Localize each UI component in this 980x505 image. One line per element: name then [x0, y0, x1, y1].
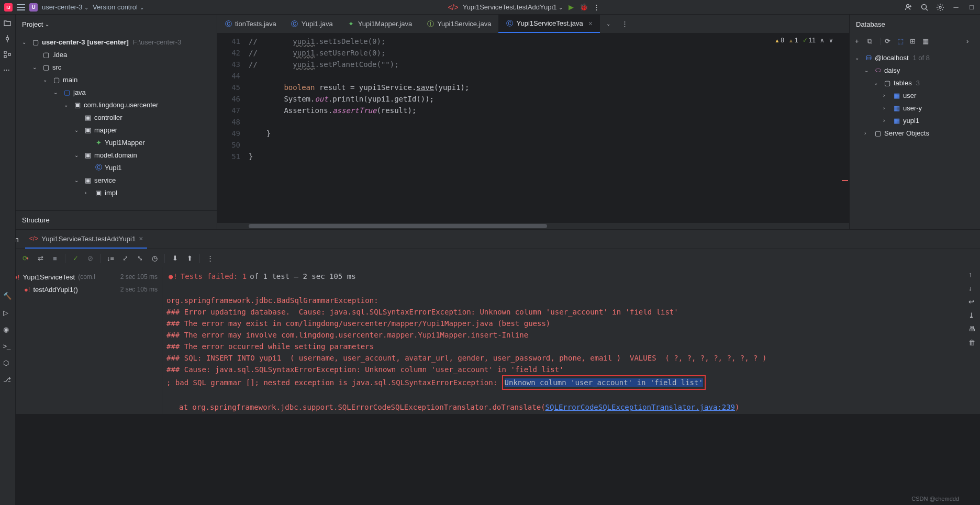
scroll-to-end-icon[interactable]: ⤓	[968, 311, 977, 320]
close-icon[interactable]: ×	[588, 19, 593, 28]
watermark: CSDN @chemddd	[911, 496, 959, 502]
close-icon[interactable]: ×	[139, 234, 143, 243]
settings-icon[interactable]	[936, 3, 944, 12]
terminal-tool-icon[interactable]: >_	[3, 342, 13, 352]
stacktrace-link[interactable]: SQLErrorCodeSQLExceptionTranslator.java:…	[545, 403, 735, 411]
clear-icon[interactable]: 🗑	[968, 339, 977, 347]
db-table-icon[interactable]: ▦	[922, 37, 931, 46]
search-icon[interactable]	[920, 3, 929, 12]
horizontal-scrollbar[interactable]	[217, 223, 849, 229]
scroll-down-icon[interactable]: ↓	[968, 284, 977, 293]
commit-tool-icon[interactable]	[3, 35, 13, 44]
svg-point-3	[6, 38, 8, 40]
code-editor[interactable]: 4142434445464748495051 // yupi1.setIsDel…	[217, 33, 849, 223]
db-stop-icon[interactable]: ⬚	[897, 37, 906, 46]
import-icon[interactable]: ⬇	[170, 254, 180, 263]
main-menu-button[interactable]	[17, 4, 25, 10]
expand-all-icon[interactable]: ⤢	[120, 254, 130, 263]
db-refresh-icon[interactable]: ⟳	[885, 37, 893, 46]
vcs-dropdown[interactable]: Version control ⌄	[93, 3, 144, 11]
db-duplicate-icon[interactable]: ⧉	[867, 37, 876, 46]
collapse-all-icon[interactable]: ⤡	[135, 254, 144, 263]
show-passed-icon[interactable]: ✓	[71, 254, 80, 263]
project-tool-icon[interactable]	[3, 19, 13, 28]
inspection-widget[interactable]: 8 1 11 ∧∨	[774, 37, 833, 44]
test-item[interactable]: ⌄●!Yupi1ServiceTest(com.l2 sec 105 ms	[0, 271, 162, 283]
tree-item[interactable]: ⌄▣service	[16, 174, 217, 186]
editor-tab[interactable]: ⒸtionTests.java	[217, 15, 284, 33]
run-config-mini-icon: </>	[29, 235, 38, 242]
editor-tab[interactable]: ✦Yupi1Mapper.java	[340, 15, 419, 33]
export-icon[interactable]: ⬆	[185, 254, 194, 263]
tree-root[interactable]: ⌄ ▢ user-center-3 [user-center] F:\user-…	[16, 36, 217, 48]
tree-item[interactable]: ⒸYupi1	[16, 161, 217, 174]
database-tree[interactable]: ⌄⛁@localhost1 of 8⌄⬭daisy⌄▢tables3›▦user…	[850, 49, 980, 229]
tree-item[interactable]: ⌄▢src	[16, 61, 217, 73]
db-tree-item[interactable]: ›▦user-y	[850, 102, 980, 114]
tree-item[interactable]: ⌄▣com.lingdong.usercenter	[16, 98, 217, 111]
tree-item[interactable]: ⌄▢java	[16, 86, 217, 98]
db-console-icon[interactable]: ⊞	[910, 37, 918, 46]
print-icon[interactable]: 🖶	[968, 325, 977, 333]
db-expand-icon[interactable]: ›	[966, 37, 975, 46]
tab-more-icon[interactable]: ⋮	[617, 20, 633, 28]
minimize-icon[interactable]: ─	[952, 3, 960, 12]
stop-icon[interactable]: ■	[50, 254, 60, 263]
run-button[interactable]: ▶	[567, 3, 575, 12]
error-stripe[interactable]	[840, 33, 849, 223]
db-tree-item[interactable]: ›▦user	[850, 89, 980, 102]
sort-icon[interactable]: ↓≡	[106, 254, 115, 263]
settings-icon[interactable]: ⋮	[205, 254, 215, 263]
rerun-failed-icon[interactable]: ⟳●	[21, 254, 30, 263]
db-tree-item[interactable]: ⌄▢tables3	[850, 76, 980, 89]
svg-rect-4	[4, 51, 6, 53]
database-panel-header[interactable]: Database	[850, 15, 980, 33]
db-tree-item[interactable]: ⌄⬭daisy	[850, 64, 980, 76]
editor-area: ⒸtionTests.javaⒸYupi1.java✦Yupi1Mapper.j…	[217, 15, 849, 229]
db-tree-item[interactable]: ⌄⛁@localhost1 of 8	[850, 51, 980, 64]
git-tool-icon[interactable]: ⎇	[3, 376, 13, 385]
structure-panel-header[interactable]: Structure	[16, 210, 217, 229]
structure-tool-icon[interactable]	[3, 50, 13, 60]
debug-button[interactable]: 🐞	[580, 3, 588, 12]
scroll-up-icon[interactable]: ↑	[968, 271, 977, 279]
project-dropdown[interactable]: user-center-3 ⌄	[42, 3, 88, 11]
test-tree[interactable]: ⌄●!Yupi1ServiceTest(com.l2 sec 105 ms●!t…	[0, 267, 162, 414]
more-tools-icon[interactable]: ⋯	[3, 66, 13, 75]
run-tool-icon[interactable]: ▷	[3, 309, 13, 318]
run-tab[interactable]: </> Yupi1ServiceTest.testAddYupi1 ×	[25, 230, 148, 249]
maximize-icon[interactable]: □	[967, 3, 976, 12]
tree-item[interactable]: ▣controller	[16, 111, 217, 124]
error-icon: ●!	[169, 271, 177, 282]
run-config-dropdown[interactable]: Yupi1ServiceTest.testAddYupi1 ⌄	[463, 3, 563, 11]
database-toolbar: + ⧉ ⟳ ⬚ ⊞ ▦ ›	[850, 33, 980, 49]
tree-item[interactable]: ⌄▢main	[16, 73, 217, 86]
db-add-icon[interactable]: +	[855, 37, 863, 46]
test-item[interactable]: ●!testAddYupi1()2 sec 105 ms	[0, 283, 162, 296]
test-console[interactable]: ●! Tests failed: 1 of 1 test – 2 sec 105…	[162, 267, 965, 414]
services-tool-icon[interactable]: ⬡	[3, 359, 13, 368]
editor-tab[interactable]: ⒾYupi1Service.java	[419, 15, 498, 33]
prev-icon[interactable]: ◷	[150, 254, 159, 263]
db-tree-item[interactable]: ›▢Server Objects	[850, 127, 980, 139]
tree-item[interactable]: ⌄▣model.domain	[16, 149, 217, 161]
soft-wrap-icon[interactable]: ↩	[968, 298, 977, 306]
tree-item[interactable]: ✦Yupi1Mapper	[16, 136, 217, 149]
tree-item[interactable]: ⌄▣mapper	[16, 124, 217, 136]
show-ignored-icon[interactable]: ⊘	[85, 254, 95, 263]
build-tool-icon[interactable]: 🔨	[3, 292, 13, 301]
toggle-auto-icon[interactable]: ⇄	[36, 254, 45, 263]
db-tree-item[interactable]: ›▦yupi1	[850, 114, 980, 127]
svg-rect-5	[4, 55, 6, 58]
tree-item[interactable]: ▢.idea	[16, 48, 217, 61]
tab-dropdown-icon[interactable]: ⌄	[600, 21, 617, 27]
project-tree[interactable]: ⌄ ▢ user-center-3 [user-center] F:\user-…	[16, 33, 217, 210]
code-with-me-icon[interactable]	[905, 3, 913, 12]
more-run-button[interactable]: ⋮	[592, 3, 600, 12]
project-panel-header[interactable]: Project ⌄	[16, 15, 217, 33]
tree-item[interactable]: ›▣impl	[16, 186, 217, 199]
editor-tab[interactable]: ⒸYupi1.java	[284, 15, 340, 33]
debug-tool-icon[interactable]: ◉	[3, 326, 13, 335]
editor-tab[interactable]: ⒸYupi1ServiceTest.java×	[498, 15, 599, 33]
svg-point-0	[907, 4, 909, 7]
